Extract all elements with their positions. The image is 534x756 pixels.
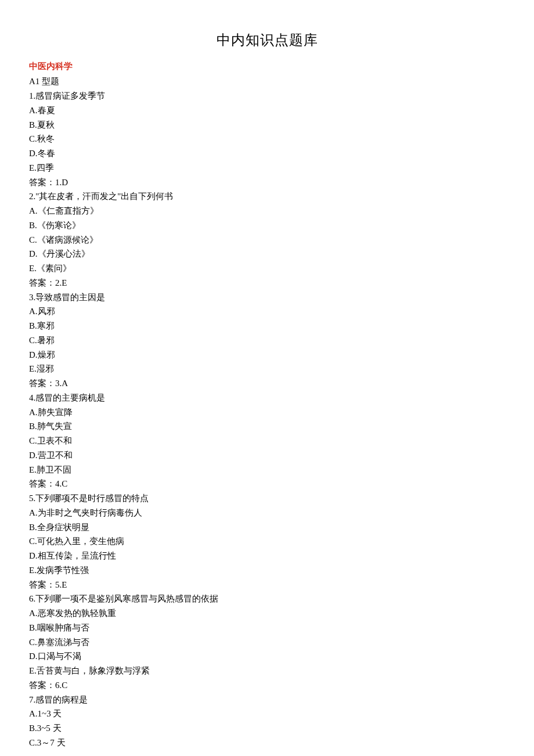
text-line: 1.感冒病证多发季节 (29, 89, 505, 103)
text-line: C.3～7 天 (29, 736, 505, 750)
text-line: A.春夏 (29, 103, 505, 118)
text-line: E.四季 (29, 161, 505, 175)
text-line: A.《仁斋直指方》 (29, 204, 505, 218)
text-line: B.寒邪 (29, 319, 505, 333)
text-line: B.全身症状明显 (29, 520, 505, 535)
question-content: A1 型题1.感冒病证多发季节A.春夏B.夏秋C.秋冬D.冬春E.四季答案：1.… (29, 74, 505, 750)
text-line: 7.感冒的病程是 (29, 693, 505, 707)
text-line: A.恶寒发热的孰轻孰重 (29, 606, 505, 621)
text-line: 答案：6.C (29, 678, 505, 693)
text-line: C.卫表不和 (29, 434, 505, 448)
text-line: D.《丹溪心法》 (29, 247, 505, 261)
section-header: 中医内科学 (29, 59, 505, 74)
text-line: A.1~3 天 (29, 707, 505, 721)
text-line: C.秋冬 (29, 132, 505, 146)
text-line: 答案：3.A (29, 376, 505, 391)
text-line: D.营卫不和 (29, 448, 505, 463)
text-line: E.《素问》 (29, 261, 505, 276)
text-line: B.肺气失宣 (29, 419, 505, 434)
text-line: D.冬春 (29, 146, 505, 161)
text-line: E.舌苔黄与白，脉象浮数与浮紧 (29, 664, 505, 678)
text-line: 6.下列哪一项不是鉴别风寒感冒与风热感冒的依据 (29, 592, 505, 606)
text-line: C.鼻塞流涕与否 (29, 635, 505, 650)
text-line: 答案：1.D (29, 175, 505, 190)
text-line: A.为非时之气夹时行病毒伤人 (29, 506, 505, 520)
text-line: A1 型题 (29, 74, 505, 89)
text-line: E.发病季节性强 (29, 563, 505, 578)
text-line: D.燥邪 (29, 348, 505, 362)
text-line: C.《诸病源候论》 (29, 233, 505, 247)
text-line: C.可化热入里，变生他病 (29, 534, 505, 549)
text-line: 4.感冒的主要病机是 (29, 391, 505, 405)
text-line: 答案：5.E (29, 578, 505, 592)
text-line: D.口渴与不渴 (29, 649, 505, 664)
text-line: E.湿邪 (29, 362, 505, 376)
page-title: 中内知识点题库 (29, 29, 505, 52)
text-line: 3.导致感冒的主因是 (29, 290, 505, 305)
text-line: C.暑邪 (29, 333, 505, 348)
text-line: 答案：4.C (29, 477, 505, 491)
text-line: B.3~5 天 (29, 721, 505, 736)
text-line: 答案：2.E (29, 276, 505, 290)
text-line: E.肺卫不固 (29, 463, 505, 477)
text-line: B.夏秋 (29, 118, 505, 132)
text-line: 5.下列哪项不是时行感冒的特点 (29, 491, 505, 506)
text-line: D.相互传染，呈流行性 (29, 549, 505, 563)
text-line: B.《伤寒论》 (29, 218, 505, 233)
text-line: 2."其在皮者，汗而发之"出自下列何书 (29, 189, 505, 204)
text-line: A.风邪 (29, 304, 505, 319)
text-line: A.肺失宣降 (29, 405, 505, 420)
text-line: B.咽喉肿痛与否 (29, 621, 505, 635)
